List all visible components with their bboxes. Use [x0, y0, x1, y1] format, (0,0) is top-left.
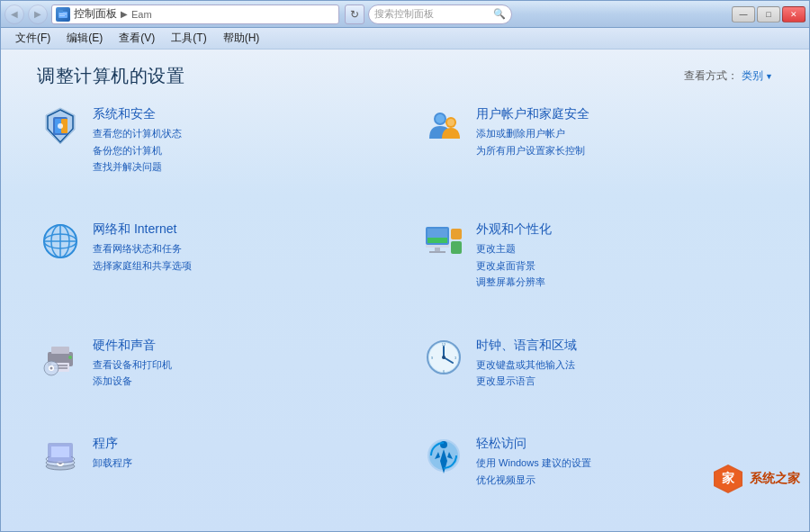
hardware-info: 硬件和声音 查看设备和打印机 添加设备	[93, 336, 172, 389]
category-clock[interactable]: 12 3 6 9 时钟、语言和区域 更改键盘或其他输入法 更改显示语言	[411, 329, 791, 424]
svg-rect-23	[428, 238, 447, 243]
programs-title[interactable]: 程序	[93, 436, 132, 452]
system-security-icon	[39, 104, 82, 148]
refresh-button[interactable]: ↻	[345, 5, 364, 24]
watermark-logo-icon: 家	[712, 463, 744, 495]
svg-text:家: 家	[722, 471, 735, 485]
programs-info: 程序 卸载程序	[93, 434, 132, 471]
system-security-link-0[interactable]: 查看您的计算机状态	[93, 126, 182, 141]
title-bar-left: ◀ ▶ 控制面板 ▶ Eam ↻ 搜索控制面板	[4, 5, 728, 24]
svg-rect-56	[51, 446, 69, 457]
svg-rect-0	[58, 12, 68, 18]
category-system-security[interactable]: 系统和安全 查看您的计算机状态 备份您的计算机 查找并解决问题	[28, 97, 408, 209]
close-button[interactable]: ✕	[782, 6, 806, 23]
appearance-info: 外观和个性化 更改主题 更改桌面背景 调整屏幕分辨率	[476, 220, 552, 290]
categories-grid: 系统和安全 查看您的计算机状态 备份您的计算机 查找并解决问题	[1, 97, 809, 531]
maximize-button[interactable]: □	[757, 6, 780, 23]
svg-rect-25	[435, 248, 440, 251]
watermark-text: 系统之家	[750, 471, 800, 487]
breadcrumb-text: 控制面板	[74, 6, 117, 22]
network-link-0[interactable]: 查看网络状态和任务	[93, 241, 192, 257]
ease-access-info: 轻松访问 使用 Windows 建议的设置 优化视频显示	[476, 434, 591, 487]
user-accounts-link-0[interactable]: 添加或删除用户帐户	[476, 126, 590, 141]
forward-button[interactable]: ▶	[28, 5, 48, 24]
menu-file[interactable]: 文件(F)	[8, 29, 58, 48]
clock-icon: 12 3 6 9	[422, 336, 465, 379]
svg-rect-30	[51, 347, 69, 354]
svg-rect-24	[426, 245, 449, 248]
menu-tools[interactable]: 工具(T)	[164, 29, 213, 48]
system-security-title[interactable]: 系统和安全	[93, 106, 182, 122]
clock-link-0[interactable]: 更改键盘或其他输入法	[476, 357, 577, 373]
appearance-link-0[interactable]: 更改主题	[476, 241, 552, 257]
user-accounts-title[interactable]: 用户帐户和家庭安全	[476, 106, 590, 122]
ease-access-title[interactable]: 轻松访问	[476, 436, 591, 452]
hardware-link-0[interactable]: 查看设备和打印机	[93, 357, 172, 373]
search-placeholder: 搜索控制面板	[374, 7, 490, 21]
svg-text:12: 12	[442, 342, 446, 347]
menu-edit[interactable]: 编辑(E)	[59, 29, 110, 48]
svg-point-42	[442, 356, 446, 359]
programs-icon	[39, 434, 82, 477]
network-link-1[interactable]: 选择家庭组和共享选项	[93, 258, 192, 274]
system-security-link-1[interactable]: 备份您的计算机	[93, 143, 182, 158]
svg-rect-28	[451, 241, 462, 254]
page-title: 调整计算机的设置	[37, 64, 184, 88]
ease-access-icon	[422, 434, 465, 477]
appearance-icon	[422, 220, 465, 263]
content-header: 调整计算机的设置 查看方式： 类别 ▼	[1, 50, 809, 97]
svg-rect-1	[58, 10, 63, 13]
user-accounts-link-1[interactable]: 为所有用户设置家长控制	[476, 143, 590, 158]
back-button[interactable]: ◀	[4, 5, 24, 24]
clock-info: 时钟、语言和区域 更改键盘或其他输入法 更改显示语言	[476, 336, 577, 389]
view-label: 查看方式：	[684, 68, 738, 84]
programs-link-0[interactable]: 卸载程序	[93, 455, 132, 471]
clock-title[interactable]: 时钟、语言和区域	[476, 338, 577, 354]
appearance-link-2[interactable]: 调整屏幕分辨率	[476, 275, 552, 290]
hardware-link-1[interactable]: 添加设备	[93, 374, 172, 389]
svg-point-34	[68, 356, 72, 359]
network-title[interactable]: 网络和 Internet	[93, 221, 192, 238]
ease-access-link-0[interactable]: 使用 Windows 建议的设置	[476, 455, 591, 471]
search-icon[interactable]: 🔍	[493, 8, 506, 20]
system-security-link-2[interactable]: 查找并解决问题	[93, 159, 182, 175]
svg-point-9	[58, 123, 63, 129]
ease-access-link-1[interactable]: 优化视频显示	[476, 473, 591, 488]
breadcrumb-icon	[56, 7, 70, 22]
svg-point-11	[436, 114, 445, 123]
title-bar: ◀ ▶ 控制面板 ▶ Eam ↻ 搜索控制面板	[1, 1, 809, 28]
view-value-button[interactable]: 类别 ▼	[742, 68, 773, 84]
network-info: 网络和 Internet 查看网络状态和任务 选择家庭组和共享选项	[93, 220, 192, 273]
user-accounts-info: 用户帐户和家庭安全 添加或删除用户帐户 为所有用户设置家长控制	[476, 104, 590, 158]
svg-rect-22	[428, 229, 447, 238]
minimize-button[interactable]: —	[732, 6, 755, 23]
address-bar-right: 搜索控制面板 🔍	[368, 5, 512, 24]
breadcrumb-arrow: ▶	[121, 9, 128, 19]
svg-point-19	[44, 225, 76, 257]
user-accounts-icon	[422, 104, 465, 148]
hardware-title[interactable]: 硬件和声音	[93, 338, 172, 354]
network-icon	[39, 220, 82, 263]
appearance-link-1[interactable]: 更改桌面背景	[476, 258, 552, 274]
category-hardware[interactable]: 硬件和声音 查看设备和打印机 添加设备	[28, 329, 408, 424]
svg-rect-3	[59, 15, 65, 16]
category-network[interactable]: 网络和 Internet 查看网络状态和任务 选择家庭组和共享选项	[28, 212, 408, 324]
svg-rect-2	[59, 14, 67, 14]
menu-help[interactable]: 帮助(H)	[216, 29, 267, 48]
category-appearance[interactable]: 外观和个性化 更改主题 更改桌面背景 调整屏幕分辨率	[411, 212, 791, 324]
view-value-text: 类别	[742, 68, 763, 84]
main-window: ◀ ▶ 控制面板 ▶ Eam ↻ 搜索控制面板	[0, 0, 810, 532]
clock-link-1[interactable]: 更改显示语言	[476, 374, 577, 389]
search-bar[interactable]: 搜索控制面板 🔍	[368, 5, 512, 24]
menu-bar: 文件(F) 编辑(E) 查看(V) 工具(T) 帮助(H)	[1, 28, 809, 50]
breadcrumb-bar: 控制面板 ▶ Eam	[51, 5, 339, 24]
view-mode: 查看方式： 类别 ▼	[684, 68, 773, 84]
menu-view[interactable]: 查看(V)	[112, 29, 162, 48]
category-user-accounts[interactable]: 用户帐户和家庭安全 添加或删除用户帐户 为所有用户设置家长控制	[411, 97, 791, 209]
view-dropdown-arrow-icon: ▼	[765, 72, 773, 81]
svg-rect-26	[429, 251, 446, 253]
category-programs[interactable]: 程序 卸载程序	[28, 427, 408, 522]
appearance-title[interactable]: 外观和个性化	[476, 221, 552, 238]
hardware-icon	[39, 336, 82, 379]
content-area: 调整计算机的设置 查看方式： 类别 ▼	[1, 50, 809, 531]
